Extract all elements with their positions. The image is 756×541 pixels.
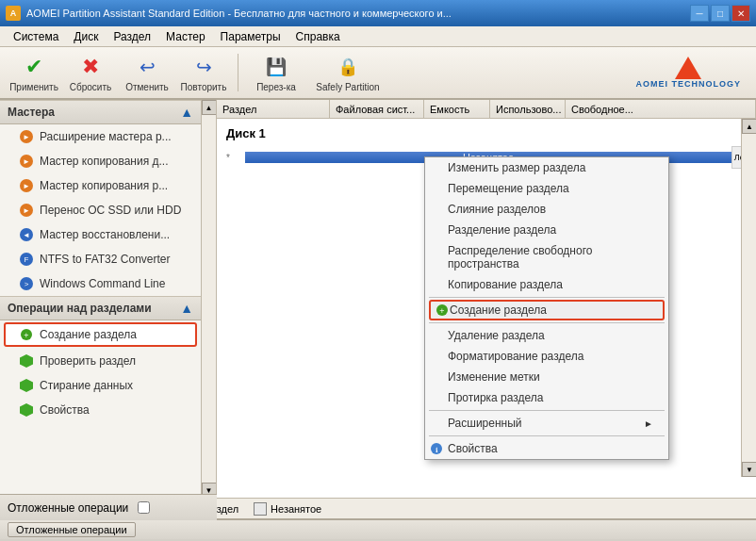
right-panel: Раздел Файловая сист... Емкость Использо… — [217, 100, 756, 498]
sidebar-item-expand-master[interactable]: ► Расширение мастера р... — [0, 124, 201, 149]
col-header-partition: Раздел — [217, 100, 330, 118]
menu-disk[interactable]: Диск — [66, 28, 106, 45]
ntfs-fat32-icon: F — [19, 252, 34, 267]
safely-partition-label: Safely Partition — [316, 82, 379, 92]
ctx-separator-3 — [429, 410, 665, 411]
title-text: AOMEI Partition Assistant Standard Editi… — [26, 8, 690, 19]
sidebar: Мастера ▲ ► Расширение мастера р... ► Ма… — [0, 100, 217, 498]
ctx-separator-4 — [429, 435, 665, 436]
sidebar-item-cmd-line[interactable]: > Windows Command Line — [0, 271, 201, 296]
check-partition-icon — [19, 353, 34, 369]
properties-label: Свойства — [40, 403, 90, 417]
pending-operations-button[interactable]: Отложенные операции — [8, 522, 136, 537]
sidebar-item-restore-master[interactable]: ◄ Мастер восстановлени... — [0, 222, 201, 247]
apply-button[interactable]: ✔ Применить — [8, 50, 60, 95]
migrate-label: Перез-ка — [256, 82, 296, 92]
copy-disk-icon: ► — [19, 154, 34, 169]
ctx-distribute[interactable]: Распределение свободного пространства — [425, 240, 668, 274]
migrate-button[interactable]: 💾 Перез-ка — [246, 50, 306, 95]
ctx-create-icon: + — [435, 303, 450, 318]
pending-operations-bar: Отложенные операции — [0, 494, 201, 498]
expand-master-label: Расширение мастера р... — [40, 130, 172, 143]
ctx-split-label: Разделение раздела — [448, 223, 556, 237]
menu-params[interactable]: Параметры — [213, 28, 288, 45]
right-scroll-up[interactable]: ▲ — [742, 119, 756, 134]
operations-collapse-button[interactable]: ▲ — [180, 301, 193, 316]
ctx-change-label[interactable]: Изменение метки — [425, 367, 668, 387]
reset-label: Сбросить — [70, 82, 111, 92]
undo-button[interactable]: ↩ Отменить — [121, 50, 173, 95]
masters-collapse-button[interactable]: ▲ — [180, 105, 193, 120]
disk-star-marker: * — [226, 153, 245, 163]
undo-label: Отменить — [125, 82, 169, 92]
restore-master-label: Мастер восстановлени... — [40, 228, 170, 241]
scroll-up-button[interactable]: ▲ — [202, 100, 217, 115]
title-bar: A AOMEI Partition Assistant Standard Edi… — [0, 0, 756, 26]
sidebar-item-migrate-os[interactable]: ► Перенос ОС SSD или HDD — [0, 198, 201, 222]
properties-icon — [19, 402, 34, 418]
ctx-copy[interactable]: Копирование раздела — [425, 274, 668, 295]
menu-master[interactable]: Мастер — [158, 28, 213, 45]
right-scrollbar: ▲ ▼ — [741, 119, 756, 477]
ctx-merge-label: Слияние разделов — [448, 203, 546, 216]
ctx-resize[interactable]: Изменить размер раздела — [425, 157, 668, 178]
ctx-split[interactable]: Разделение раздела — [425, 220, 668, 240]
apply-icon: ✔ — [21, 54, 47, 80]
create-partition-label: Создание раздела — [40, 328, 137, 341]
cmd-line-icon: > — [19, 276, 34, 291]
sidebar-item-ntfs-fat32[interactable]: F NTFS to FAT32 Converter — [0, 247, 201, 271]
context-menu: Изменить размер раздела Перемещение разд… — [424, 156, 669, 460]
ctx-delete-label: Удаление раздела — [448, 329, 545, 342]
migrate-icon: 💾 — [263, 54, 289, 80]
expand-master-icon: ► — [19, 129, 34, 144]
copy-partition-icon: ► — [19, 178, 34, 193]
aomei-logo-icon — [675, 57, 701, 79]
minimize-button[interactable]: ─ — [690, 5, 709, 22]
menu-partition[interactable]: Раздел — [106, 28, 158, 45]
ctx-wipe-label: Протирка раздела — [448, 391, 544, 404]
ctx-separator-2 — [429, 322, 665, 323]
right-scroll-down[interactable]: ▼ — [742, 462, 756, 477]
sidebar-item-erase-data[interactable]: Стирание данных — [0, 373, 201, 398]
svg-text:+: + — [439, 306, 444, 316]
ctx-format[interactable]: Форматирование раздела — [425, 346, 668, 367]
ctx-create[interactable]: + Создание раздела — [429, 300, 665, 320]
ctx-advanced[interactable]: Расширенный ► — [425, 413, 668, 434]
maximize-button[interactable]: □ — [711, 5, 730, 22]
menu-help[interactable]: Справка — [288, 28, 348, 45]
ctx-merge[interactable]: Слияние разделов — [425, 199, 668, 220]
ctx-properties-label: Свойства — [448, 442, 498, 455]
undo-icon: ↩ — [134, 54, 160, 80]
ctx-wipe[interactable]: Протирка раздела — [425, 387, 668, 408]
erase-data-label: Стирание данных — [40, 379, 133, 392]
menu-system[interactable]: Система — [6, 28, 66, 45]
masters-section-title: Мастера — [8, 106, 55, 119]
sidebar-item-properties[interactable]: Свойства — [0, 398, 201, 422]
safely-partition-icon: 🔒 — [335, 54, 361, 80]
aomei-logo-text: AOMEI TECHNOLOGY — [635, 79, 741, 89]
migrate-os-label: Перенос ОС SSD или HDD — [40, 204, 181, 217]
reset-button[interactable]: ✖ Сбросить — [64, 50, 117, 95]
check-partition-label: Проверить раздел — [40, 354, 136, 368]
table-header: Раздел Файловая сист... Емкость Использо… — [217, 100, 756, 119]
migrate-os-icon: ► — [19, 203, 34, 218]
status-bar: Отложенные операции — [0, 518, 756, 539]
ctx-move[interactable]: Перемещение раздела — [425, 178, 668, 199]
sidebar-item-copy-disk[interactable]: ► Мастер копирования д... — [0, 149, 201, 173]
safely-partition-button[interactable]: 🔒 Safely Partition — [310, 50, 386, 95]
sidebar-item-check-partition[interactable]: Проверить раздел — [0, 349, 201, 373]
ctx-properties[interactable]: ℹ Свойства — [425, 438, 668, 459]
sidebar-item-create-partition[interactable]: + Создание раздела — [4, 322, 197, 347]
close-button[interactable]: ✕ — [731, 5, 750, 22]
menu-bar: Система Диск Раздел Мастер Параметры Спр… — [0, 26, 756, 47]
sidebar-item-copy-partition[interactable]: ► Мастер копирования р... — [0, 173, 201, 198]
copy-partition-label: Мастер копирования р... — [40, 179, 168, 192]
sidebar-scrollbar: ▲ ▼ — [201, 100, 216, 498]
redo-button[interactable]: ↪ Повторить — [177, 50, 230, 95]
aomei-logo: AOMEI TECHNOLOGY — [635, 57, 741, 89]
restore-master-icon: ◄ — [19, 227, 34, 242]
ctx-delete[interactable]: Удаление раздела — [425, 325, 668, 346]
create-partition-icon: + — [19, 327, 34, 342]
window-controls: ─ □ ✕ — [690, 5, 750, 22]
ctx-resize-label: Изменить размер раздела — [448, 161, 586, 174]
